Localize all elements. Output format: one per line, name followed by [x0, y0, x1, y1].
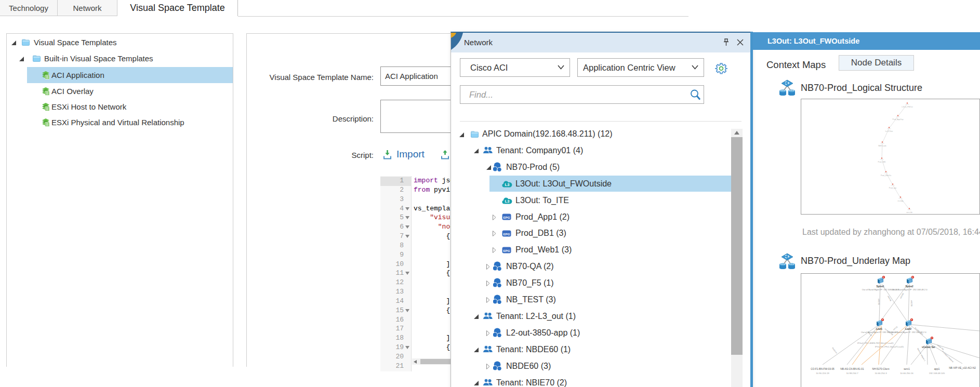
svg-text:serv-lab: serv-lab [906, 211, 912, 213]
svg-text:EPG: EPG [503, 216, 510, 219]
svg-text:Prod_Web1/a: Prod_Web1/a [881, 175, 891, 177]
svg-text:L3: L3 [505, 199, 510, 204]
svg-text:EPG: EPG [503, 248, 510, 252]
svg-text:ins-bdg: ins-bdg [898, 200, 904, 202]
svg-text:Leaf1: Leaf1 [876, 328, 882, 330]
svg-text:P vSwitch-Network: P vSwitch-Network [942, 351, 954, 363]
svg-text:eth1/3: eth1/3 [893, 326, 898, 330]
svg-text:L3Out_FWOut: L3Out_FWOut [902, 106, 912, 108]
svg-text:app1: app1 [934, 368, 940, 370]
svg-text:Prod_app: Prod_app [889, 187, 896, 189]
svg-text:Leaf2: Leaf2 [905, 328, 911, 330]
svg-text:Out of Band Mgmt IP: 192.168.4: Out of Band Mgmt IP: 192.168.48.2 0 [890, 331, 926, 333]
svg-text:eth1/35: eth1/35 [878, 299, 880, 305]
svg-text:vmnic-lag: vmnic-lag [936, 344, 944, 351]
svg-text:192.168.48.105: 192.168.48.105 [929, 372, 945, 375]
svg-text:NB70-web: NB70-web [878, 145, 886, 147]
svg-text:IPGs-PfC-PFx1-S(LeafT,Leaf2): IPGs-PfC-PFx1-S(LeafT,Leaf2) [875, 345, 904, 348]
svg-text:Prod_App1/ap: Prod_App1/ap [892, 118, 903, 121]
svg-text:10.66.250.16: 10.66.250.16 [900, 372, 913, 375]
svg-text:Prod_DB1: Prod_DB1 [878, 161, 885, 163]
svg-text:CO-F1-BN-FW-03-05: CO-F1-BN-FW-03-05 [811, 368, 835, 370]
svg-text:EPG: EPG [503, 232, 510, 235]
svg-text:eth1/35: eth1/35 [899, 292, 904, 299]
svg-text:IPGs(C-PFC-BSFE-PBT-S6(a)P-Lea: IPGs(C-PFC-BSFE-PBT-S6(a)P-Leaf2) [857, 342, 894, 344]
svg-text:Out of Band Mgmt IP: 192.168.4: Out of Band Mgmt IP: 192.168.48.2 0 [891, 288, 928, 291]
svg-text:vCenter Ser: vCenter Ser [922, 346, 935, 349]
svg-text:Spine2: Spine2 [905, 285, 913, 288]
svg-text:NH-5170-Client: NH-5170-Client [872, 368, 890, 370]
svg-text:serv1: serv1 [904, 368, 910, 370]
svg-text:L3: L3 [505, 182, 510, 187]
svg-text:Po23-lnk: Po23-lnk [831, 347, 838, 354]
svg-text:eth1/36: eth1/36 [910, 300, 912, 306]
svg-text:Spine1: Spine1 [876, 285, 884, 288]
svg-text:10.66.250.3: 10.66.250.3 [875, 372, 887, 375]
svg-text:Network adapter 1: Network adapter 1 [917, 348, 926, 362]
svg-text:eth1/36: eth1/36 [887, 296, 892, 302]
svg-text:NB-AS-CN-BN-81-01: NB-AS-CN-BN-81-01 [840, 368, 864, 370]
svg-text:10.98.234.7: 10.98.234.7 [846, 372, 858, 375]
svg-text:Is-5170int: Is-5170int [885, 130, 893, 132]
svg-text:NB-VIP-VE_v10-ACI-N2: NB-VIP-VE_v10-ACI-N2 [949, 367, 976, 369]
svg-text:10.90.224.19: 10.90.224.19 [816, 372, 829, 375]
